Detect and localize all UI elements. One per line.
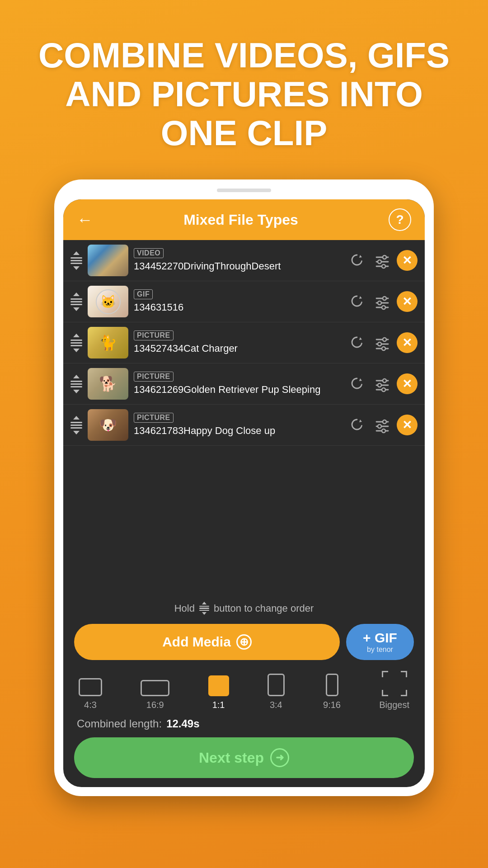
svg-point-25 bbox=[383, 420, 386, 424]
remove-button[interactable]: ✕ bbox=[397, 415, 418, 435]
ratio-label-43: 4:3 bbox=[84, 700, 97, 710]
ratio-label-11: 1:1 bbox=[212, 700, 225, 710]
remove-button[interactable]: ✕ bbox=[397, 250, 418, 271]
refresh-button[interactable] bbox=[346, 332, 368, 354]
drag-handle[interactable] bbox=[70, 416, 82, 434]
phone-notch bbox=[217, 189, 271, 192]
ratio-box-916 bbox=[326, 674, 338, 696]
drag-handle[interactable] bbox=[70, 334, 82, 352]
media-name: 134527434Cat Charger bbox=[134, 342, 341, 355]
back-button[interactable]: ← bbox=[77, 210, 93, 229]
media-thumbnail bbox=[88, 245, 128, 276]
remove-button[interactable]: ✕ bbox=[397, 291, 418, 312]
refresh-button[interactable] bbox=[346, 414, 368, 436]
table-row: VIDEO 134452270DrivingThroughDesert bbox=[63, 240, 425, 281]
refresh-button[interactable] bbox=[346, 291, 368, 312]
media-actions: ✕ bbox=[346, 291, 418, 312]
media-thumbnail: 🐕 bbox=[88, 368, 128, 400]
media-info: PICTURE 134527434Cat Charger bbox=[134, 330, 341, 355]
drag-handle[interactable] bbox=[70, 251, 82, 270]
svg-point-27 bbox=[378, 425, 381, 428]
gif-tenor-button[interactable]: + GIF by tenor bbox=[346, 624, 414, 660]
add-media-button[interactable]: Add Media ⊕ bbox=[74, 624, 340, 660]
gif-plus-label: + GIF bbox=[363, 630, 397, 646]
svg-point-9 bbox=[378, 301, 381, 305]
drag-handle[interactable] bbox=[70, 375, 82, 393]
media-name: 134621783Happy Dog Close up bbox=[134, 425, 341, 438]
refresh-button[interactable] bbox=[346, 250, 368, 271]
media-type-badge: PICTURE bbox=[134, 413, 174, 423]
media-thumbnail: 🐶 bbox=[88, 409, 128, 441]
media-info: VIDEO 134452270DrivingThroughDesert bbox=[134, 248, 341, 273]
hero-text: COMBINE VIDEOS, GIFS AND PICTURES INTO O… bbox=[0, 0, 488, 170]
table-row: 🐱 GIF 134631516 bbox=[63, 281, 425, 322]
remove-button[interactable]: ✕ bbox=[397, 332, 418, 353]
hint-icon bbox=[199, 602, 209, 615]
settings-button[interactable] bbox=[371, 373, 393, 395]
ratio-option-916[interactable]: 9:16 bbox=[323, 674, 341, 710]
svg-point-23 bbox=[382, 388, 385, 392]
ratio-option-169[interactable]: 16:9 bbox=[141, 680, 169, 710]
phone-wrapper: ← Mixed File Types ? bbox=[54, 179, 434, 796]
ratio-label-916: 9:16 bbox=[323, 700, 341, 710]
svg-point-7 bbox=[383, 297, 386, 300]
ratio-option-11[interactable]: 1:1 bbox=[208, 675, 229, 710]
ratio-option-biggest[interactable]: Biggest bbox=[379, 671, 409, 710]
ratio-option-43[interactable]: 4:3 bbox=[79, 678, 102, 710]
combined-length-value: 12.49s bbox=[166, 717, 199, 730]
svg-point-19 bbox=[383, 379, 386, 382]
media-info: PICTURE 134621269Golden Retriever Pup Sl… bbox=[134, 372, 341, 396]
next-step-button[interactable]: Next step ➜ bbox=[74, 737, 414, 778]
ratio-label-169: 16:9 bbox=[146, 700, 164, 710]
app-header: ← Mixed File Types ? bbox=[63, 199, 425, 240]
order-hint: Hold button to change order bbox=[74, 602, 414, 615]
media-actions: ✕ bbox=[346, 414, 418, 436]
media-thumbnail: 🐈 bbox=[88, 327, 128, 359]
media-info: PICTURE 134621783Happy Dog Close up bbox=[134, 413, 341, 438]
svg-point-13 bbox=[383, 338, 386, 341]
media-name: 134621269Golden Retriever Pup Sleeping bbox=[134, 383, 341, 396]
svg-point-5 bbox=[382, 264, 385, 268]
svg-point-29 bbox=[382, 429, 385, 433]
media-actions: ✕ bbox=[346, 332, 418, 354]
ratio-option-34[interactable]: 3:4 bbox=[267, 674, 285, 710]
media-thumbnail: 🐱 bbox=[88, 286, 128, 317]
action-row: Add Media ⊕ + GIF by tenor bbox=[74, 624, 414, 660]
media-actions: ✕ bbox=[346, 373, 418, 395]
svg-point-17 bbox=[382, 347, 385, 350]
media-info: GIF 134631516 bbox=[134, 289, 341, 314]
settings-button[interactable] bbox=[371, 250, 393, 271]
ratio-box-11 bbox=[208, 675, 229, 696]
help-button[interactable]: ? bbox=[389, 208, 411, 231]
ratio-label-34: 3:4 bbox=[270, 700, 282, 710]
add-media-label: Add Media bbox=[162, 634, 231, 650]
table-row: 🐈 PICTURE 134527434Cat Charger bbox=[63, 322, 425, 363]
ratio-box-biggest bbox=[382, 671, 407, 696]
next-step-label: Next step bbox=[199, 750, 264, 766]
hint-prefix: Hold bbox=[174, 603, 195, 614]
media-type-badge: PICTURE bbox=[134, 330, 174, 340]
drag-handle[interactable] bbox=[70, 292, 82, 311]
svg-point-1 bbox=[383, 255, 386, 259]
settings-button[interactable] bbox=[371, 332, 393, 354]
svg-point-11 bbox=[382, 306, 385, 309]
hint-suffix: button to change order bbox=[214, 603, 314, 614]
ratio-box-169 bbox=[141, 680, 169, 696]
gif-tenor-label: by tenor bbox=[367, 646, 393, 654]
ratio-box-34 bbox=[267, 674, 285, 696]
svg-point-21 bbox=[378, 383, 381, 387]
settings-button[interactable] bbox=[371, 291, 393, 312]
media-type-badge: VIDEO bbox=[134, 248, 164, 258]
media-type-badge: PICTURE bbox=[134, 372, 174, 382]
media-name: 134631516 bbox=[134, 301, 341, 314]
settings-button[interactable] bbox=[371, 414, 393, 436]
refresh-button[interactable] bbox=[346, 373, 368, 395]
remove-button[interactable]: ✕ bbox=[397, 373, 418, 394]
spacer bbox=[63, 519, 425, 593]
svg-point-3 bbox=[378, 260, 381, 264]
media-list: VIDEO 134452270DrivingThroughDesert bbox=[63, 240, 425, 519]
bottom-section: Hold button to change order Add Media ⊕ bbox=[63, 593, 425, 788]
combined-length: Combined length: 12.49s bbox=[74, 717, 414, 730]
combined-length-label: Combined length: bbox=[77, 717, 162, 730]
table-row: 🐶 PICTURE 134621783Happy Dog Close up bbox=[63, 405, 425, 446]
